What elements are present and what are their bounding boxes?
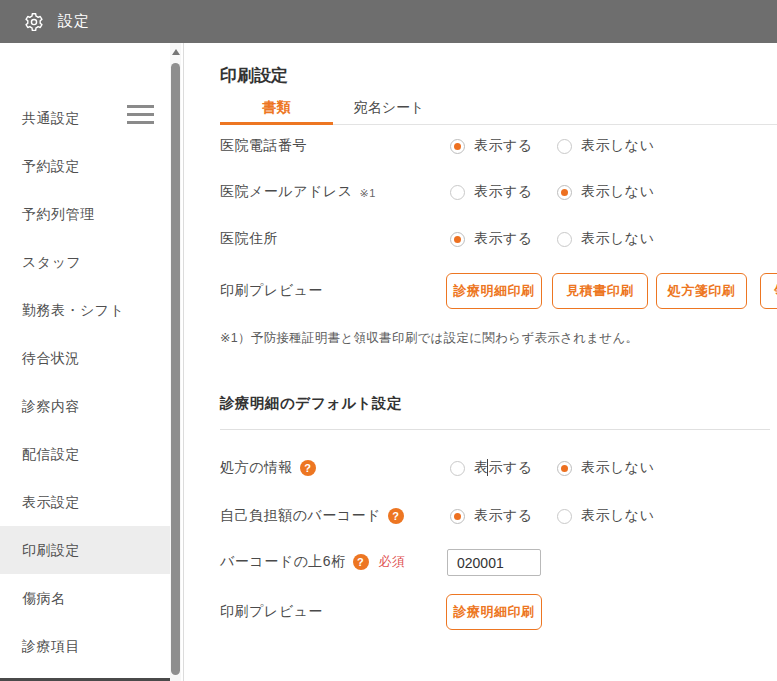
page-title: 印刷設定 [220,64,288,87]
radio-option-hide[interactable]: 表示しない [557,507,654,525]
radio-option-show[interactable]: 表示する [450,183,533,201]
row-clinic-email: 医院メールアドレス ※1 表示する 表示しない [220,169,777,215]
radio-icon [450,139,465,154]
tab-address-sheet[interactable]: 宛名シート [333,96,445,125]
field-label: 印刷プレビュー [220,603,323,621]
radio-icon [450,185,465,200]
help-icon[interactable]: ? [300,460,316,476]
row-barcode-prefix: バーコードの上6桁 ? 必須 [220,539,777,585]
radio-icon [557,232,572,247]
section-title: 診療明細のデフォルト設定 [220,394,402,413]
sidebar-item-exam-content[interactable]: 診察内容 [0,382,170,430]
sidebar-scrollbar [170,43,181,681]
field-label: 医院住所 [220,230,278,248]
radio-icon [450,509,465,524]
radio-icon [450,461,465,476]
receipt-print-button[interactable]: 領収書印刷 [760,273,777,309]
prescription-print-button[interactable]: 処方箋印刷 [656,273,747,309]
sidebar-item-reservation-settings[interactable]: 予約設定 [0,142,170,190]
gear-icon [24,12,44,32]
radio-option-hide[interactable]: 表示しない [557,230,654,248]
field-label: 医院メールアドレス ※1 [220,183,376,201]
top-bar: 設定 [0,0,777,43]
section-divider [220,429,770,430]
field-label: 印刷プレビュー [220,282,323,300]
sidebar-item-delivery-settings[interactable]: 配信設定 [0,430,170,478]
radio-option-show[interactable]: 表示する [450,230,533,248]
row-print-preview-default: 印刷プレビュー 診療明細印刷 [220,589,777,635]
scroll-up-arrow-icon[interactable] [172,49,180,55]
sidebar-item-staff[interactable]: スタッフ [0,238,170,286]
sidebar-item-waiting-status[interactable]: 待合状況 [0,334,170,382]
row-clinic-phone: 医院電話番号 表示する 表示しない [220,123,777,169]
row-print-preview: 印刷プレビュー 診療明細印刷 見積書印刷 処方箋印刷 領収書印刷 [220,268,777,314]
radio-icon [557,185,572,200]
radio-option-hide[interactable]: 表示しない [557,183,654,201]
sidebar-item-reservation-queue[interactable]: 予約列管理 [0,190,170,238]
tab-bar: 書類 宛名シート [220,96,777,125]
barcode-prefix-input[interactable] [447,549,541,576]
radio-icon [557,509,572,524]
sidebar-item-shift[interactable]: 勤務表・シフト [0,286,170,334]
tab-documents[interactable]: 書類 [220,96,333,125]
row-copay-barcode: 自己負担額のバーコード ? 表示する 表示しない [220,493,777,539]
medical-statement-print-button[interactable]: 診療明細印刷 [446,273,542,309]
required-badge: 必須 [379,553,406,571]
field-label: 自己負担額のバーコード ? [220,507,404,525]
settings-sidebar: 共通設定 予約設定 予約列管理 スタッフ 勤務表・シフト 待合状況 診察内容 配… [0,43,170,681]
footnote: ※1）予防接種証明書と領収書印刷では設定に関わらず表示されません。 [220,330,638,347]
scrollbar-thumb[interactable] [171,63,180,675]
radio-option-show[interactable]: 表示する [450,507,533,525]
radio-icon [450,232,465,247]
radio-option-show[interactable]: 表示する [450,137,533,155]
sidebar-item-display-settings[interactable]: 表示設定 [0,478,170,526]
help-icon[interactable]: ? [388,508,404,524]
field-label: 医院電話番号 [220,137,307,155]
sidebar-item-disease-name[interactable]: 傷病名 [0,574,170,622]
sidebar-item-common-settings[interactable]: 共通設定 [0,94,170,142]
radio-icon [557,461,572,476]
help-icon[interactable]: ? [353,554,369,570]
radio-option-show[interactable]: 表示する [450,459,533,477]
field-label: バーコードの上6桁 ? 必須 [220,553,406,571]
footnote-ref: ※1 [359,187,375,200]
radio-icon [557,139,572,154]
sidebar-item-print-settings[interactable]: 印刷設定 [0,526,170,574]
sidebar-item-treatment-items[interactable]: 診療項目 [0,622,170,670]
row-prescription-info: 処方の情報 ? 表示する 表示しない [220,445,777,491]
radio-option-hide[interactable]: 表示しない [557,459,654,477]
row-clinic-address: 医院住所 表示する 表示しない [220,216,777,262]
medical-statement-print-button[interactable]: 診療明細印刷 [446,594,542,630]
field-label: 処方の情報 ? [220,459,316,477]
print-settings-panel: 印刷設定 書類 宛名シート 医院電話番号 表示する 表示しない 医院メールアドレ… [184,43,777,681]
sidebar-menu: 共通設定 予約設定 予約列管理 スタッフ 勤務表・シフト 待合状況 診察内容 配… [0,94,170,670]
radio-option-hide[interactable]: 表示しない [557,137,654,155]
app-title: 設定 [58,12,90,31]
estimate-print-button[interactable]: 見積書印刷 [552,273,648,309]
